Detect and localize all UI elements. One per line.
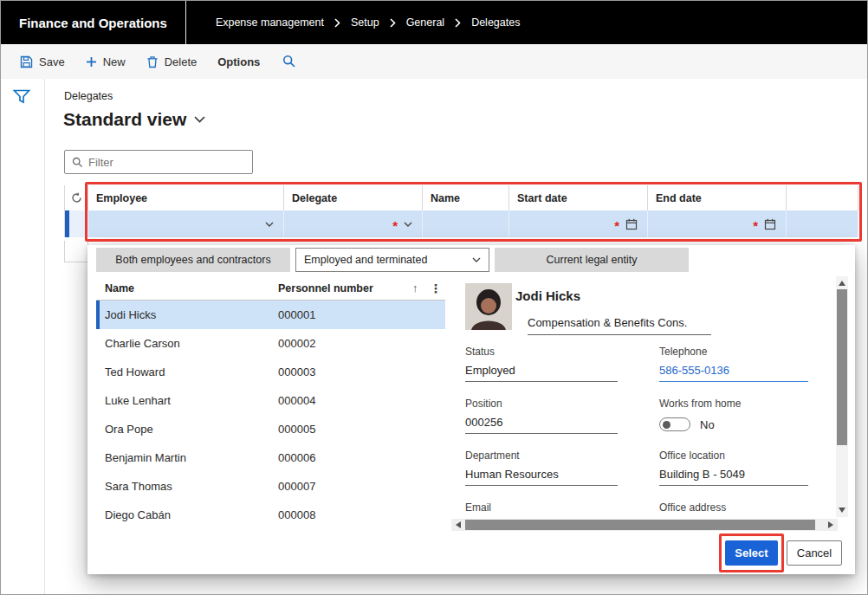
scroll-left-icon[interactable] [456, 521, 461, 528]
column-header-filler [787, 185, 858, 210]
office-address-label: Office address [659, 501, 808, 514]
employee-photo [465, 283, 512, 330]
calendar-icon[interactable] [764, 218, 776, 230]
status-filter-dropdown[interactable]: Employed and terminated [295, 248, 489, 272]
column-header-name[interactable]: Name [423, 185, 509, 210]
left-rail [1, 79, 45, 594]
works-from-home-label: Works from home [659, 398, 808, 410]
breadcrumb-item-expense-management[interactable]: Expense management [216, 16, 324, 29]
employee-list-item[interactable]: Luke Lenhart 000004 [96, 386, 445, 415]
employee-list-item[interactable]: Ted Howard 000003 [96, 358, 445, 386]
new-button[interactable]: New [75, 44, 136, 79]
filter-funnel-icon[interactable] [13, 89, 30, 104]
vertical-scrollbar[interactable] [836, 276, 848, 517]
employee-list-item[interactable]: Jodi Hicks 000001 [96, 301, 445, 329]
new-label: New [103, 55, 126, 68]
required-marker: * [392, 222, 398, 230]
position-value[interactable]: 000256 [465, 416, 618, 434]
save-label: Save [39, 55, 65, 68]
employment-type-filter-button[interactable]: Both employees and contractors [96, 248, 290, 272]
delegates-grid: Employee Delegate Name Start date End da… [64, 185, 858, 237]
grid-filter-box[interactable] [64, 150, 253, 174]
horizontal-scroll-thumb[interactable] [465, 520, 815, 530]
row-selector[interactable] [64, 210, 88, 237]
chevron-down-icon[interactable] [265, 222, 274, 227]
chevron-down-icon[interactable] [404, 222, 412, 227]
breadcrumb: Expense management Setup General Delegat… [216, 16, 521, 29]
breadcrumb-item-delegates[interactable]: Delegates [471, 16, 520, 29]
cancel-button[interactable]: Cancel [787, 540, 842, 566]
chevron-down-icon [194, 116, 205, 123]
employee-list-item[interactable]: Charlie Carson 000002 [96, 329, 445, 358]
toggle-pill[interactable] [659, 417, 690, 431]
vertical-scroll-thumb[interactable] [837, 289, 847, 445]
column-header-employee[interactable]: Employee [88, 185, 284, 210]
employee-list-header: Name Personnel number ↑ ⋮ [96, 276, 445, 301]
plus-icon [86, 56, 97, 68]
options-button[interactable]: Options [207, 44, 270, 79]
employee-list-item[interactable]: Ora Pope 000005 [96, 415, 445, 443]
office-location-field: Office location Building B - 5049 [659, 449, 808, 486]
view-selector[interactable]: Standard view [63, 109, 205, 130]
breadcrumb-chevron-icon [455, 18, 461, 28]
department-value[interactable]: Human Resources [465, 468, 618, 486]
employee-details-panel: Jodi Hicks Compensation & Benefits Cons.… [455, 276, 831, 517]
new-record-row: * * * [64, 210, 858, 237]
employee-name: Sara Thomas [96, 480, 278, 493]
name-cell[interactable] [423, 210, 509, 237]
toggle-knob [663, 421, 670, 429]
breadcrumb-chevron-icon [334, 18, 340, 28]
sort-ascending-icon[interactable]: ↑ [404, 282, 426, 294]
scroll-right-icon[interactable] [828, 521, 833, 528]
telephone-field: Telephone 586-555-0136 [659, 346, 808, 382]
legal-entity-filter-button[interactable]: Current legal entity [495, 248, 689, 272]
personnel-number: 000005 [278, 423, 445, 436]
employee-list: Name Personnel number ↑ ⋮ Jodi Hicks 000… [96, 276, 445, 529]
start-date-cell[interactable]: * [509, 210, 648, 237]
breadcrumb-item-general[interactable]: General [406, 16, 444, 29]
name-column-header[interactable]: Name [96, 282, 278, 294]
works-from-home-toggle[interactable]: No [659, 417, 808, 431]
column-header-start-date[interactable]: Start date [509, 185, 648, 210]
filter-input[interactable] [88, 156, 245, 169]
personnel-number-column-header[interactable]: Personnel number [278, 282, 404, 294]
scroll-down-icon[interactable] [839, 508, 845, 513]
more-options-icon[interactable]: ⋮ [426, 281, 445, 295]
personnel-number: 000007 [278, 480, 445, 493]
delete-button[interactable]: Delete [136, 44, 208, 79]
department-label: Department [465, 449, 618, 462]
job-title-field[interactable]: Compensation & Benefits Cons. [528, 316, 711, 335]
select-button[interactable]: Select [725, 540, 778, 566]
column-header-end-date[interactable]: End date [648, 185, 787, 210]
horizontal-scrollbar[interactable] [451, 519, 838, 531]
grid-empty-selector-cell [64, 241, 88, 262]
employee-name: Jodi Hicks [96, 308, 278, 321]
trash-icon [146, 55, 159, 68]
position-label: Position [465, 398, 618, 410]
action-bar: Save New Delete Options [1, 44, 867, 79]
employee-list-item[interactable]: Benjamin Martin 000006 [96, 443, 445, 472]
employee-list-item[interactable]: Sara Thomas 000007 [96, 472, 445, 501]
column-header-delegate[interactable]: Delegate [284, 185, 423, 210]
grid-corner-cell[interactable] [64, 185, 88, 210]
grid-header-row: Employee Delegate Name Start date End da… [64, 185, 858, 210]
refresh-icon [71, 192, 82, 204]
delegate-cell[interactable]: * [284, 210, 423, 237]
calendar-icon[interactable] [625, 218, 638, 230]
scroll-up-icon[interactable] [839, 281, 845, 286]
app-title[interactable]: Finance and Operations [1, 16, 185, 30]
employee-detail-name: Jodi Hicks [515, 288, 580, 303]
office-location-value[interactable]: Building B - 5049 [659, 468, 808, 486]
status-value[interactable]: Employed [465, 364, 618, 382]
top-navigation-bar: Finance and Operations Expense managemen… [1, 1, 867, 44]
telephone-value[interactable]: 586-555-0136 [659, 364, 808, 382]
employee-cell[interactable] [88, 210, 284, 237]
end-date-cell[interactable]: * [648, 210, 787, 237]
action-search-button[interactable] [270, 44, 308, 79]
personnel-number: 000004 [278, 394, 445, 407]
save-button[interactable]: Save [10, 44, 75, 79]
status-field: Status Employed [465, 346, 618, 382]
employee-list-item[interactable]: Diego Cabán 000008 [96, 501, 445, 529]
breadcrumb-item-setup[interactable]: Setup [351, 16, 379, 29]
office-location-label: Office location [659, 449, 808, 462]
